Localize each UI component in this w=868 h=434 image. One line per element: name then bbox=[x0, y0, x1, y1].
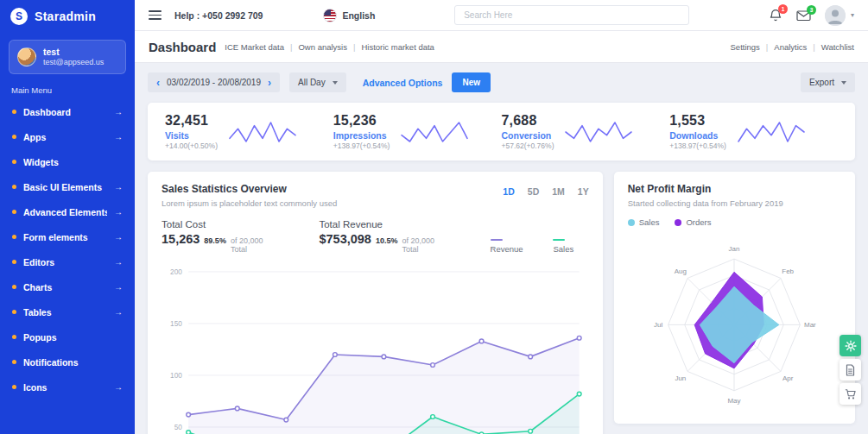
menu-section-label: Main Menu bbox=[0, 76, 135, 99]
separator: | bbox=[766, 42, 768, 52]
link-watchlist[interactable]: Watchlist bbox=[821, 42, 854, 52]
sidebar-item-charts[interactable]: Charts→ bbox=[0, 274, 135, 299]
messages-button[interactable]: 3 bbox=[796, 9, 811, 22]
cart-fab-button[interactable] bbox=[839, 383, 861, 405]
svg-text:200: 200 bbox=[170, 268, 182, 276]
sidebar-item-icons[interactable]: Icons→ bbox=[0, 374, 135, 399]
chevron-down-icon bbox=[841, 81, 846, 85]
bullet-icon bbox=[12, 135, 16, 139]
sidebar-item-dashboard[interactable]: Dashboard→ bbox=[0, 99, 135, 124]
sidebar-item-apps[interactable]: Apps→ bbox=[0, 124, 135, 149]
total-cost-value: 15,263 bbox=[162, 232, 200, 246]
range-tab-1m[interactable]: 1M bbox=[552, 186, 565, 197]
bullet-icon bbox=[12, 185, 16, 189]
total-revenue: Total Revenue $753,098 10.5% of 20,000 T… bbox=[319, 219, 448, 254]
sidebar-user-card[interactable]: test test@appseed.us bbox=[9, 40, 126, 74]
svg-text:Jan: Jan bbox=[729, 245, 740, 253]
stat-label: Downloads bbox=[669, 130, 726, 141]
date-range-picker[interactable]: ‹ 03/02/2019 - 20/08/2019 › bbox=[148, 72, 280, 92]
arrow-right-icon: → bbox=[114, 132, 123, 142]
sidebar-item-notifications[interactable]: Notifications bbox=[0, 349, 135, 374]
bullet-icon bbox=[12, 260, 16, 264]
link-settings[interactable]: Settings bbox=[731, 42, 760, 52]
sidebar-item-advanced-elements[interactable]: Advanced Elements→ bbox=[0, 199, 135, 224]
sidebar-item-popups[interactable]: Popups bbox=[0, 324, 135, 349]
menu-toggle-button[interactable] bbox=[149, 10, 162, 20]
svg-text:Mar: Mar bbox=[804, 321, 816, 329]
arrow-right-icon: → bbox=[114, 182, 123, 192]
language-selector[interactable]: English bbox=[323, 9, 375, 22]
all-day-label: All Day bbox=[298, 78, 326, 87]
total-cost: Total Cost 15,263 89.5% of 20,000 Total bbox=[162, 219, 277, 254]
notifications-button[interactable]: 1 bbox=[769, 9, 782, 22]
conversion-sparkline-chart bbox=[564, 119, 633, 145]
page-title: Dashboard bbox=[149, 40, 216, 54]
link-analytics[interactable]: Analytics bbox=[774, 42, 807, 52]
net-profit-radar-chart: JanFebMarAprMayJunJulAug bbox=[638, 232, 830, 412]
legend-revenue: Revenue bbox=[491, 235, 538, 254]
range-tab-5d[interactable]: 5D bbox=[528, 186, 539, 197]
floating-buttons bbox=[839, 335, 861, 405]
svg-text:May: May bbox=[728, 397, 741, 405]
header-right-links: Settings | Analytics | Watchlist bbox=[731, 42, 854, 52]
stat-change: +138.97(+0.54%) bbox=[333, 142, 390, 150]
profile-menu[interactable]: ▾ bbox=[825, 5, 854, 26]
top-navbar: Help : +050 2992 709 English 1 3 ▾ bbox=[135, 0, 868, 31]
sidebar-item-form-elements[interactable]: Form elements→ bbox=[0, 224, 135, 249]
cart-icon bbox=[845, 388, 857, 400]
range-tab-1d[interactable]: 1D bbox=[503, 186, 514, 197]
document-icon bbox=[845, 364, 856, 376]
toolbar: ‹ 03/02/2019 - 20/08/2019 › All Day Adva… bbox=[148, 72, 855, 92]
main-area: Help : +050 2992 709 English 1 3 ▾ bbox=[135, 0, 868, 434]
revenue-line-swatch bbox=[491, 239, 503, 241]
range-tabs: 1D 5D 1M 1Y bbox=[503, 183, 588, 197]
stat-value: 15,236 bbox=[333, 113, 390, 129]
document-fab-button[interactable] bbox=[839, 359, 861, 381]
prev-date-button[interactable]: ‹ bbox=[156, 78, 160, 88]
brand-logo-icon: S bbox=[10, 8, 28, 25]
total-revenue-value: $753,098 bbox=[319, 232, 371, 246]
settings-fab-button[interactable] bbox=[839, 335, 861, 356]
notification-badge: 1 bbox=[778, 4, 788, 14]
svg-text:Aug: Aug bbox=[675, 267, 687, 275]
help-phone-text: Help : +050 2992 709 bbox=[174, 10, 263, 21]
content-area: ‹ 03/02/2019 - 20/08/2019 › All Day Adva… bbox=[135, 63, 868, 434]
search-container bbox=[388, 5, 756, 25]
link-historic-market-data[interactable]: Historic market data bbox=[361, 42, 434, 52]
new-button[interactable]: New bbox=[452, 72, 491, 92]
bullet-icon bbox=[12, 335, 16, 339]
bullet-icon bbox=[12, 360, 16, 364]
total-cost-note: of 20,000 Total bbox=[231, 236, 278, 254]
sidebar-item-editors[interactable]: Editors→ bbox=[0, 249, 135, 274]
net-profit-subtitle: Started collecting data from February 20… bbox=[628, 198, 841, 208]
range-tab-1y[interactable]: 1Y bbox=[578, 186, 589, 197]
sidebar-item-tables[interactable]: Tables→ bbox=[0, 299, 135, 324]
all-day-dropdown[interactable]: All Day bbox=[289, 72, 346, 92]
stat-label: Visits bbox=[165, 130, 218, 141]
bullet-icon bbox=[12, 210, 16, 214]
charts-row: Sales Statistics Overview Lorem ipsum is… bbox=[148, 172, 855, 434]
user-email: test@appseed.us bbox=[43, 58, 104, 67]
advanced-options-link[interactable]: Advanced Options bbox=[363, 78, 443, 88]
svg-text:Jun: Jun bbox=[675, 374, 687, 382]
search-input[interactable] bbox=[454, 5, 689, 25]
svg-text:50: 50 bbox=[174, 424, 183, 431]
sidebar-item-basic-ui-elements[interactable]: Basic UI Elements→ bbox=[0, 174, 135, 199]
svg-text:100: 100 bbox=[170, 372, 182, 380]
legend-orders: Orders bbox=[675, 217, 711, 227]
arrow-right-icon: → bbox=[114, 232, 123, 242]
export-dropdown[interactable]: Export bbox=[801, 72, 855, 92]
brand[interactable]: S Staradmin bbox=[0, 0, 135, 32]
language-label: English bbox=[342, 10, 375, 21]
stat-value: 1,553 bbox=[669, 113, 726, 129]
link-ice-market-data[interactable]: ICE Market data bbox=[225, 42, 284, 52]
line-chart-legend: Revenue Sales bbox=[491, 235, 589, 254]
breadcrumb: ICE Market data | Own analysis | Histori… bbox=[225, 42, 434, 52]
sidebar-menu: Dashboard→ Apps→ Widgets Basic UI Elemen… bbox=[0, 99, 135, 399]
separator: | bbox=[353, 42, 355, 52]
next-date-button[interactable]: › bbox=[268, 78, 271, 88]
sidebar-item-widgets[interactable]: Widgets bbox=[0, 149, 135, 174]
profile-avatar bbox=[825, 5, 846, 26]
link-own-analysis[interactable]: Own analysis bbox=[298, 42, 347, 52]
bullet-icon bbox=[12, 385, 16, 389]
